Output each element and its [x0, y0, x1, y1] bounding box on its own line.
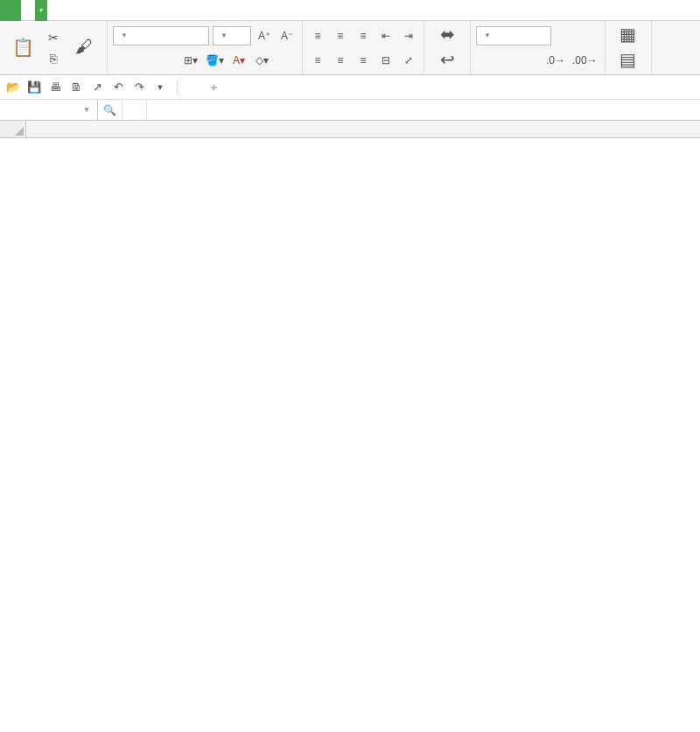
- fx-search-button[interactable]: 🔍: [98, 100, 122, 120]
- save-button[interactable]: 💾: [26, 80, 42, 95]
- align-middle-button[interactable]: ≡: [331, 26, 350, 45]
- font-name-select[interactable]: ▼: [113, 26, 209, 45]
- increase-decimal-button[interactable]: .0→: [544, 51, 567, 70]
- comma-button[interactable]: [522, 51, 541, 70]
- number-group: ▼ .0→ .00→: [471, 21, 606, 74]
- spreadsheet-grid: [0, 121, 700, 138]
- align-center-icon: ≡: [337, 54, 343, 66]
- scissors-icon: ✂: [48, 31, 59, 45]
- orientation-button[interactable]: ⤢: [399, 51, 418, 70]
- merge-split-icon: ⊟: [382, 54, 390, 66]
- wrap-icon: ↩: [440, 49, 455, 70]
- formula-bar: ▼ 🔍: [0, 100, 700, 121]
- merge-group: ⬌ ↩: [424, 21, 471, 74]
- font-color-icon: A▾: [233, 54, 245, 66]
- column-headers: [0, 121, 700, 138]
- italic-button[interactable]: [136, 51, 155, 70]
- align-top-icon: ≡: [314, 30, 320, 42]
- search-icon: 🔍: [103, 104, 116, 116]
- font-size-select[interactable]: ▼: [213, 26, 251, 45]
- align-bottom-icon: ≡: [360, 30, 366, 42]
- auto-wrap-button[interactable]: ↩: [430, 48, 465, 73]
- align-middle-icon: ≡: [337, 30, 343, 42]
- undo-button[interactable]: ↶: [110, 80, 126, 95]
- font-group: ▼ ▼ A⁺ A⁻ ⊞▾ 🪣▾ A▾ ◇▾: [108, 21, 303, 74]
- decrease-font-button[interactable]: A⁻: [277, 26, 297, 45]
- chevron-down-icon: ▼: [121, 31, 128, 39]
- merge-split-button[interactable]: ⊟: [376, 51, 396, 70]
- paste-button[interactable]: 📋: [5, 24, 40, 72]
- print-preview-button[interactable]: 🗎: [68, 80, 84, 95]
- name-box[interactable]: ▼: [0, 100, 98, 120]
- title-bar: ▾: [0, 0, 700, 21]
- fill-icon: 🪣▾: [206, 54, 224, 66]
- cut-button[interactable]: ✂: [44, 28, 63, 47]
- format-painter-button[interactable]: 🖌: [66, 24, 102, 72]
- increase-font-icon: A⁺: [258, 30, 270, 42]
- cond-format-button[interactable]: ▦: [611, 23, 646, 48]
- align-right-button[interactable]: ≡: [354, 51, 373, 70]
- table-style-button[interactable]: ▤: [611, 48, 646, 73]
- percent-button[interactable]: [499, 51, 518, 70]
- divider: [177, 80, 178, 95]
- clipboard-icon: 📋: [12, 37, 34, 58]
- align-center-button[interactable]: ≡: [331, 51, 350, 70]
- decrease-font-icon: A⁻: [281, 30, 293, 42]
- decrease-decimal-button[interactable]: .00→: [570, 51, 599, 70]
- fx-button[interactable]: [122, 100, 147, 120]
- align-top-button[interactable]: ≡: [308, 26, 327, 45]
- redo-button[interactable]: ↷: [131, 80, 147, 95]
- cond-format-icon: ▦: [620, 24, 636, 45]
- print-button[interactable]: 🖶: [47, 80, 63, 95]
- align-right-icon: ≡: [360, 54, 366, 66]
- indent-dec-button[interactable]: ⇤: [376, 26, 396, 45]
- ribbon: 📋 ✂ ⎘ 🖌 ▼ ▼ A⁺ A⁻ ⊞▾ 🪣▾ A▾: [0, 21, 700, 75]
- fill-color-button[interactable]: 🪣▾: [204, 51, 226, 70]
- chevron-down-icon: ▼: [220, 31, 228, 39]
- select-all-corner[interactable]: [0, 121, 26, 137]
- fx-area: 🔍: [98, 100, 700, 120]
- chevron-down-icon: ▼: [484, 31, 491, 39]
- clipboard-group: 📋 ✂ ⎘ 🖌: [0, 21, 108, 74]
- quick-access-bar: 📂 💾 🖶 🗎 ↗ ↶ ↷ ▼ ＋: [0, 75, 700, 100]
- app-dropdown[interactable]: ▾: [35, 0, 47, 21]
- border-button[interactable]: ⊞▾: [181, 51, 200, 70]
- copy-button[interactable]: ⎘: [44, 49, 63, 68]
- chevron-down-icon: ▼: [83, 106, 90, 114]
- style-group: ▦ ▤: [606, 21, 652, 74]
- increase-decimal-icon: .0→: [546, 54, 565, 66]
- indent-dec-icon: ⇤: [382, 30, 390, 42]
- brush-icon: 🖌: [75, 37, 93, 57]
- border-icon: ⊞▾: [184, 54, 198, 66]
- decrease-decimal-icon: .00→: [572, 54, 598, 66]
- align-bottom-button[interactable]: ≡: [354, 26, 373, 45]
- table-style-icon: ▤: [620, 49, 636, 70]
- align-left-button[interactable]: ≡: [308, 51, 327, 70]
- align-left-icon: ≡: [314, 54, 320, 66]
- eraser-icon: ◇▾: [256, 54, 269, 66]
- align-group: ≡ ≡ ≡ ⇤ ⇥ ≡ ≡ ≡ ⊟ ⤢: [303, 21, 424, 74]
- new-tab-button[interactable]: ＋: [206, 80, 221, 95]
- app-logo: [0, 0, 21, 21]
- merge-icon: ⬌: [440, 24, 455, 45]
- number-format-select[interactable]: ▼: [476, 26, 551, 45]
- orientation-icon: ⤢: [404, 54, 413, 66]
- open-button[interactable]: 📂: [5, 80, 21, 95]
- indent-inc-button[interactable]: ⇥: [399, 26, 418, 45]
- export-button[interactable]: ↗: [89, 80, 105, 95]
- underline-button[interactable]: [158, 51, 178, 70]
- indent-inc-icon: ⇥: [404, 30, 413, 42]
- merge-center-button[interactable]: ⬌: [430, 23, 465, 48]
- increase-font-button[interactable]: A⁺: [255, 26, 274, 45]
- bold-button[interactable]: [113, 51, 132, 70]
- currency-button[interactable]: [476, 51, 495, 70]
- quick-dropdown[interactable]: ▼: [152, 80, 168, 95]
- font-color-button[interactable]: A▾: [229, 51, 248, 70]
- clear-format-button[interactable]: ◇▾: [252, 51, 271, 70]
- copy-icon: ⎘: [50, 52, 57, 66]
